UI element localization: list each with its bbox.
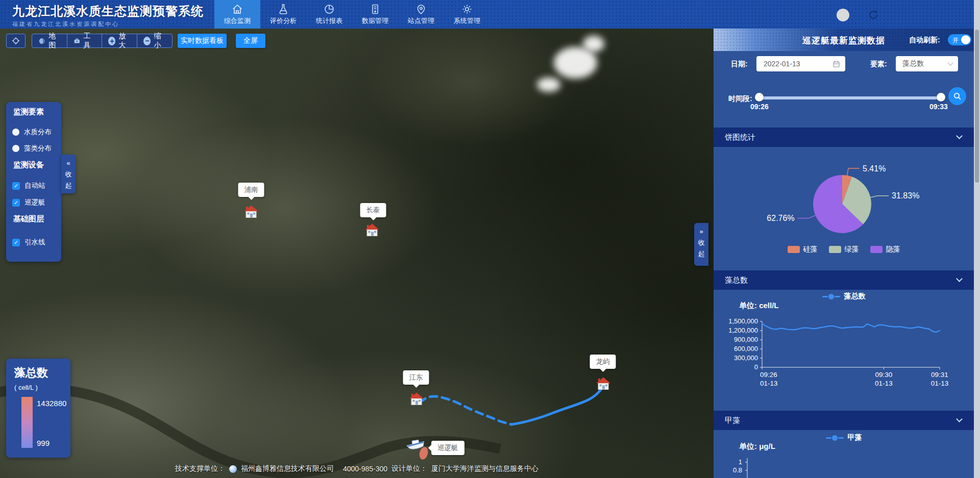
nav-item-monitoring[interactable]: 综合监测 <box>214 0 260 29</box>
time-slider-handle-start[interactable] <box>755 93 764 102</box>
svg-text:5.41%: 5.41% <box>863 164 886 173</box>
app-root: 浦南 长泰 江东 龙屿 巡逻艇 技术支撑单位： 福州鑫博雅信息技术有限公司 40… <box>0 0 980 478</box>
algae-section-header[interactable]: 藻总数 <box>714 270 974 290</box>
pie-icon <box>323 3 335 15</box>
cloud-patch <box>537 78 560 92</box>
factor-select[interactable]: 藻总数 <box>896 56 958 71</box>
search-button[interactable] <box>948 87 966 105</box>
radio-water-quality[interactable]: 水质分布 <box>12 128 52 137</box>
map-canvas[interactable] <box>0 29 714 478</box>
app-subtitle: 福建省九龙江北溪水资源调配中心 <box>12 20 204 28</box>
right-panel-collapse-tab[interactable]: » 收起 <box>694 223 708 266</box>
house-icon <box>243 205 259 219</box>
time-slider-handle-end[interactable] <box>937 93 945 102</box>
realtime-dashboard-button[interactable]: 实时数据看板 <box>178 34 227 48</box>
checkbox-patrol-boat[interactable]: ✓ 巡逻艇 <box>12 198 45 207</box>
dino-section-title: 甲藻 <box>725 416 740 425</box>
refresh-icon[interactable] <box>868 9 879 20</box>
date-value: 2022-01-13 <box>764 60 800 68</box>
legend-unit: ( cell/L ) <box>14 384 38 391</box>
legend-line <box>826 437 831 439</box>
page-scrollbar-thumb[interactable] <box>975 30 979 183</box>
house-icon <box>364 223 380 237</box>
right-data-panel: 巡逻艇最新监测数据 自动刷新: 开 日期: 2022-01-13 要素: 藻总数… <box>714 29 974 478</box>
station-marker-longyu[interactable] <box>596 376 611 391</box>
zoom-out-button[interactable]: − 缩小 <box>137 34 172 47</box>
locate-button[interactable] <box>6 34 26 48</box>
zoom-in-button[interactable]: ＋ 放大 <box>102 34 137 47</box>
radio-label: 水质分布 <box>24 128 52 137</box>
legend-label: 硅藻 <box>803 245 818 254</box>
radio-icon <box>12 129 19 136</box>
legend-swatch <box>788 246 800 253</box>
legend-line <box>838 437 844 439</box>
station-label-changtai[interactable]: 长泰 <box>360 203 386 217</box>
chevron-down-icon <box>956 133 963 139</box>
nav-item-data[interactable]: 数据管理 <box>352 0 398 29</box>
footer-credits: 技术支撑单位： 福州鑫博雅信息技术有限公司 4000-985-300 设计单位：… <box>0 464 714 473</box>
nav-item-label: 系统管理 <box>454 16 480 26</box>
database-icon <box>369 3 381 15</box>
algae-color-legend: 藻总数 ( cell/L ) 1432880 999 <box>6 359 70 458</box>
legend-title: 藻总数 <box>14 365 48 381</box>
dino-unit-label: 单位: μg/L <box>739 442 775 451</box>
legend-label: 绿藻 <box>845 245 859 254</box>
factor-section-title: 监测要素 <box>13 107 44 117</box>
time-slider-track[interactable] <box>759 96 941 99</box>
station-label-longyu[interactable]: 龙屿 <box>590 355 616 369</box>
legend-item-green-algae[interactable]: 绿藻 <box>829 245 859 254</box>
dino-section-header[interactable]: 甲藻 <box>714 411 974 430</box>
algae-chart-legend[interactable]: 藻总数 <box>714 292 974 301</box>
legend-dot <box>832 435 838 441</box>
station-marker-jiangdong[interactable] <box>409 392 424 406</box>
nav-item-label: 统计报表 <box>316 16 342 26</box>
nav-item-system[interactable]: 系统管理 <box>444 0 490 29</box>
patrol-boat-marker[interactable] <box>405 436 427 452</box>
pie-section-header[interactable]: 饼图统计 <box>714 128 974 147</box>
map-button-label: 地图 <box>48 32 61 50</box>
checkbox-water-line[interactable]: ✓ 引水线 <box>12 238 45 247</box>
patrol-boat-label[interactable]: 巡逻艇 <box>431 441 464 455</box>
checkbox-icon: ✓ <box>12 182 20 190</box>
map-button[interactable]: 地图 <box>32 34 67 47</box>
legend-label: 甲藻 <box>848 433 862 442</box>
base-layer-section-title: 基础图层 <box>13 214 44 224</box>
dino-chart-legend[interactable]: 甲藻 <box>714 433 974 442</box>
station-marker-punan[interactable] <box>243 205 259 219</box>
plus-icon: ＋ <box>108 37 115 45</box>
boat-icon <box>405 436 427 452</box>
nav-item-reports[interactable]: 统计报表 <box>306 0 352 29</box>
radio-label: 藻类分布 <box>24 144 52 153</box>
station-marker-changtai[interactable] <box>364 223 380 237</box>
legend-item-silicon-algae[interactable]: 硅藻 <box>788 245 818 254</box>
nav-item-stations[interactable]: 站点管理 <box>398 0 444 29</box>
fullscreen-button[interactable]: 全屏 <box>236 34 265 48</box>
date-input[interactable]: 2022-01-13 <box>756 56 845 71</box>
dino-line-chart: 10.8 <box>714 456 974 478</box>
legend-swatch <box>829 246 841 253</box>
algae-section-title: 藻总数 <box>725 275 748 285</box>
nav-item-label: 评价分析 <box>270 16 297 26</box>
left-panel-collapse-tab[interactable]: « 收起 <box>61 155 76 193</box>
svg-text:900,000: 900,000 <box>734 336 758 343</box>
station-label-jiangdong[interactable]: 江东 <box>403 370 429 385</box>
station-label-punan[interactable]: 浦南 <box>238 183 264 197</box>
radio-algae-distribution[interactable]: 藻类分布 <box>12 144 52 153</box>
nav-item-analysis[interactable]: 评价分析 <box>260 0 306 29</box>
time-start-value: 09:26 <box>750 103 769 111</box>
page-scrollbar-track[interactable] <box>974 0 980 478</box>
time-end-value: 09:33 <box>929 103 948 111</box>
legend-min-value: 999 <box>37 439 50 447</box>
nav-item-label: 数据管理 <box>362 16 388 26</box>
crosshair-icon <box>11 36 20 45</box>
nav-item-label: 综合监测 <box>224 16 251 26</box>
checkbox-auto-station[interactable]: ✓ 自动站 <box>12 181 45 190</box>
checkbox-icon: ✓ <box>12 199 20 207</box>
tools-button[interactable]: 工具 <box>67 34 102 47</box>
collapse-arrow: » <box>694 226 708 237</box>
auto-refresh-toggle[interactable]: 开 <box>948 34 971 45</box>
support-label: 技术支撑单位： <box>175 464 225 473</box>
user-avatar[interactable] <box>837 9 849 21</box>
legend-item-crypto-algae[interactable]: 隐藻 <box>870 245 900 254</box>
svg-text:600,000: 600,000 <box>734 345 758 353</box>
